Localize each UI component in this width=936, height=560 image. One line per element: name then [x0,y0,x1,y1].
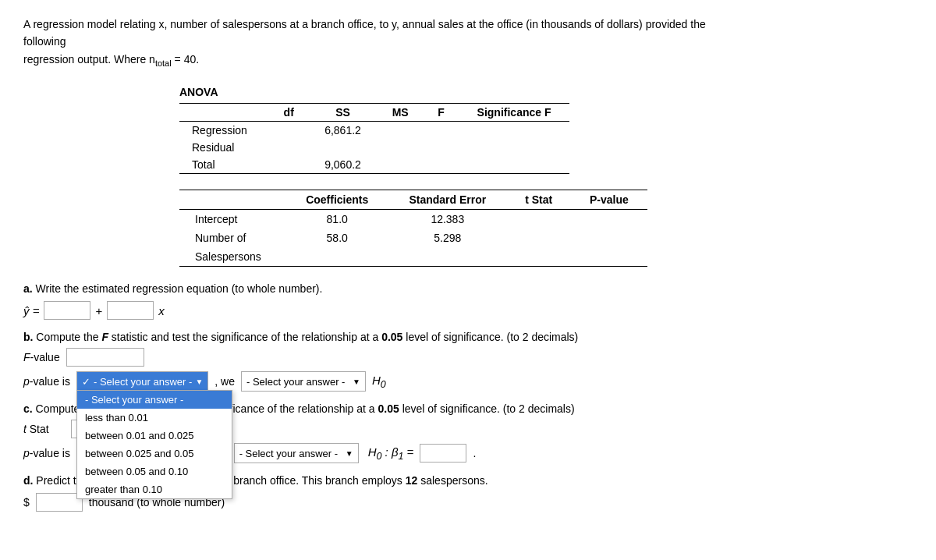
part-a-label: a. Write the estimated regression equati… [23,282,913,295]
anova-total-sigf [459,156,569,174]
period: . [473,447,476,459]
anova-total-ss: 9,060.2 [309,156,378,174]
anova-col-sigf: Significance F [459,104,569,122]
fvalue-line: F-value [23,348,913,367]
coeff-col-tstat: t Stat [507,190,571,210]
prediction-input[interactable] [36,493,83,512]
coeff-label-salespersons: Salespersons [179,247,286,267]
intro-line2: regression output. Where n [23,53,155,66]
anova-col-df: df [269,104,309,122]
option-bt01025[interactable]: between 0.01 and 0.025 [77,427,232,445]
anova-label-residual: Residual [179,139,269,156]
coeff-intercept-tstat [507,210,571,229]
reject-dropdown-container[interactable]: - Select your answer - ▼ [241,371,366,392]
tstat-label: t Stat [23,423,49,435]
anova-table: df SS MS F Significance F Regression 6,8… [179,103,569,174]
anova-regression-f [424,122,459,140]
anova-total-f [424,156,459,174]
dollar-sign: $ [23,496,30,509]
coefficients-section: Coefficients Standard Error t Stat P-val… [179,190,913,267]
coeff-numof-tstat [507,229,571,247]
anova-residual-ss [309,139,378,156]
anova-col-f: F [424,104,459,122]
reject-selected-text: - Select your answer - [246,376,345,388]
coeff-col-coefficients: Coefficients [286,190,388,210]
option-gt010[interactable]: greater than 0.10 [77,480,232,498]
anova-residual-ms [378,139,424,156]
anova-total-ms [378,156,424,174]
coeff-salespersons-tstat [507,247,571,267]
fvalue-label: F-value [23,351,60,363]
coeff-label-intercept: Intercept [179,210,286,229]
part-b-label: b. Compute the F statistic and test the … [23,331,913,343]
chevron-down-icon: ▼ [195,377,203,386]
reject-c-dropdown-trigger[interactable]: - Select your answer - ▼ [234,443,359,463]
anova-col-blank [179,104,269,122]
pvalue-b-label: p-value is [23,375,70,388]
coeff-row-intercept: Intercept 81.0 12.383 [179,210,647,229]
anova-row-total: Total 9,060.2 [179,156,569,174]
part-a-section: a. Write the estimated regression equati… [23,282,913,320]
option-bt0510[interactable]: between 0.05 and 0.10 [77,463,232,480]
coeff-col-blank [179,190,286,210]
anova-regression-ms [378,122,424,140]
intro-equals: = 40. [172,53,199,66]
anova-title: ANOVA [179,86,913,98]
intro-paragraph: A regression model relating x, number of… [23,16,725,70]
ntotal-subscript: total [155,58,172,68]
coeff-numof-val: 58.0 [286,229,388,247]
slope-input[interactable] [107,301,154,320]
anova-regression-sigf [459,122,569,140]
anova-regression-df [269,122,309,140]
anova-residual-f [424,139,459,156]
intro-line1: A regression model relating x, number of… [23,18,706,48]
coeff-table: Coefficients Standard Error t Stat P-val… [179,190,647,267]
anova-col-ms: MS [378,104,424,122]
option-bt02505[interactable]: between 0.025 and 0.05 [77,445,232,463]
anova-label-total: Total [179,156,269,174]
coeff-numof-se: 5.298 [388,229,507,247]
pvalue-selected-text: - Select your answer - [94,376,192,388]
anova-section: ANOVA df SS MS F Significance F Regressi… [179,86,913,174]
beta1-input[interactable] [420,444,466,463]
coeff-salespersons-val [286,247,388,267]
equation-line: ŷ = + x [23,301,913,320]
pvalue-line-b: p-value is ✓ - Select your answer - ▼ - … [23,371,913,392]
anova-row-residual: Residual [179,139,569,156]
pvalue-dropdown-menu: - Select your answer - less than 0.01 be… [76,390,232,499]
anova-label-regression: Regression [179,122,269,140]
reject-c-chevron-icon: ▼ [346,449,353,458]
pvalue-dropdown-trigger[interactable]: ✓ - Select your answer - ▼ [76,371,208,392]
coeff-numof-pval [571,229,647,247]
reject-dropdown-trigger[interactable]: - Select your answer - ▼ [241,371,366,392]
reject-chevron-icon: ▼ [353,377,360,386]
coeff-col-pval: P-value [571,190,647,210]
reject-c-selected-text: - Select your answer - [239,448,338,459]
anova-residual-sigf [459,139,569,156]
anova-residual-df [269,139,309,156]
coeff-col-se: Standard Error [388,190,507,210]
plus-sign: + [95,304,102,317]
coeff-salespersons-pval [571,247,647,267]
option-lt001[interactable]: less than 0.01 [77,409,232,427]
anova-col-ss: SS [309,104,378,122]
coeff-intercept-val: 81.0 [286,210,388,229]
anova-row-regression: Regression 6,861.2 [179,122,569,140]
anova-regression-ss: 6,861.2 [309,122,378,140]
reject-c-dropdown-container[interactable]: - Select your answer - ▼ [234,443,359,463]
intercept-input[interactable] [44,301,90,320]
we-label-b: , we [214,375,235,388]
x-label: x [158,304,165,317]
coeff-row-numof: Number of 58.0 5.298 [179,229,647,247]
coeff-row-salespersons: Salespersons [179,247,647,267]
yhat-label: ŷ = [23,304,39,317]
h0-label-b: H0 [372,374,386,390]
coeff-salespersons-se [388,247,507,267]
pvalue-dropdown-container[interactable]: ✓ - Select your answer - ▼ - Select your… [76,371,208,392]
h0-beta-label: H0 : β1 = [368,445,414,462]
coeff-intercept-pval [571,210,647,229]
coeff-intercept-se: 12.383 [388,210,507,229]
fvalue-input[interactable] [66,348,144,367]
option-select-answer[interactable]: - Select your answer - [77,391,232,409]
coeff-label-numof: Number of [179,229,286,247]
